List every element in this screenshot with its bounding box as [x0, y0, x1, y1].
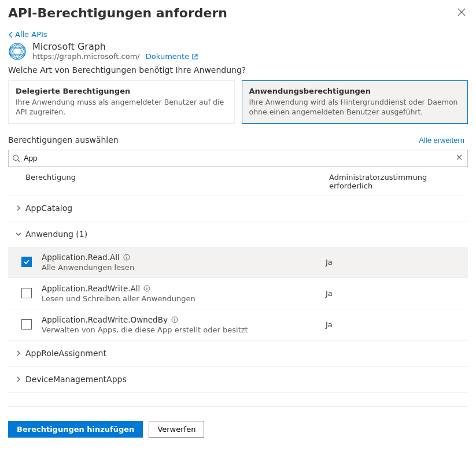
external-link-icon: [191, 53, 198, 60]
permission-checkbox[interactable]: [21, 257, 32, 267]
docs-link[interactable]: Dokumente: [146, 52, 198, 61]
svg-rect-10: [126, 257, 127, 259]
expand-all-button[interactable]: Alle erweitern: [415, 135, 468, 145]
group-label: Anwendung (1): [25, 230, 87, 239]
svg-marker-3: [10, 48, 24, 59]
svg-marker-2: [10, 44, 24, 55]
check-icon: [23, 258, 30, 265]
permission-checkbox[interactable]: [21, 319, 32, 330]
svg-rect-16: [174, 319, 175, 321]
group-approleassignment[interactable]: AppRoleAssignment: [8, 340, 468, 367]
group-devicemanagementapps[interactable]: DeviceManagementApps: [8, 367, 468, 393]
group-label: DeviceManagementApps: [25, 375, 127, 384]
add-permissions-button[interactable]: Berechtigungen hinzufügen: [8, 421, 143, 438]
permission-admin: Ja: [326, 258, 464, 266]
permission-desc: Alle Anwendungen lesen: [42, 263, 326, 272]
group-label: AppRoleAssignment: [25, 349, 106, 358]
ms-graph-icon: [8, 42, 27, 61]
group-anwendung[interactable]: Anwendung (1): [8, 221, 468, 247]
api-url: https://graph.microsoft.com/: [32, 52, 140, 61]
back-link[interactable]: Alle APIs: [8, 30, 47, 39]
group-label: AppCatalog: [25, 203, 72, 213]
chevron-left-icon: [8, 31, 14, 38]
info-icon[interactable]: [143, 285, 150, 292]
search-icon: [12, 154, 20, 162]
select-permissions-title: Berechtigungen auswählen: [8, 135, 119, 145]
permission-admin: Ja: [326, 289, 464, 298]
col-permission: Berechtigung: [25, 173, 329, 190]
application-desc: Ihre Anwendung wird als Hintergrunddiens…: [249, 98, 461, 117]
permission-row: Application.ReadWrite.OwnedBy Verwalten …: [8, 309, 468, 340]
permission-type-question: Welche Art von Berechtigungen benötigt I…: [8, 65, 468, 75]
permission-row: Application.ReadWrite.All Lesen und Schr…: [8, 278, 468, 309]
chevron-right-icon: [12, 205, 25, 212]
delegated-title: Delegierte Berechtigungen: [16, 87, 227, 95]
permission-desc: Verwalten von Apps, die diese App erstel…: [42, 325, 326, 334]
table-header: Berechtigung Administratorzustimmung erf…: [8, 168, 468, 195]
group-appcatalog[interactable]: AppCatalog: [8, 195, 468, 221]
application-title: Anwendungsberechtigungen: [249, 87, 461, 95]
delegated-permissions-card[interactable]: Delegierte Berechtigungen Ihre Anwendung…: [8, 80, 235, 124]
svg-point-12: [147, 287, 147, 287]
discard-button[interactable]: Verwerfen: [149, 421, 204, 438]
api-name: Microsoft Graph: [32, 41, 198, 52]
clear-icon: [456, 154, 463, 161]
svg-line-7: [18, 160, 20, 162]
docs-link-label: Dokumente: [146, 52, 189, 61]
svg-point-9: [126, 256, 127, 256]
permission-name: Application.Read.All: [42, 253, 120, 262]
info-icon[interactable]: [171, 316, 178, 323]
col-admin-consent: Administratorzustimmung erforderlich: [329, 173, 468, 190]
permission-name: Application.ReadWrite.All: [42, 284, 140, 293]
panel-title: API-Berechtigungen anfordern: [8, 6, 227, 20]
close-button[interactable]: [455, 6, 468, 21]
svg-point-6: [13, 155, 19, 160]
back-link-label: Alle APIs: [15, 30, 47, 39]
permission-row: Application.Read.All Alle Anwendungen le…: [8, 247, 468, 278]
svg-rect-13: [147, 288, 147, 290]
chevron-right-icon: [12, 350, 25, 357]
chevron-down-icon: [12, 231, 25, 238]
permission-name: Application.ReadWrite.OwnedBy: [42, 315, 168, 324]
info-icon[interactable]: [123, 254, 130, 261]
permission-checkbox[interactable]: [21, 288, 32, 298]
permission-desc: Lesen und Schreiben aller Anwendungen: [42, 294, 326, 303]
close-icon: [457, 8, 466, 16]
permission-admin: Ja: [326, 320, 464, 329]
search-field-wrap: [8, 150, 468, 167]
svg-point-0: [9, 43, 25, 60]
chevron-right-icon: [12, 376, 25, 383]
svg-point-15: [174, 318, 175, 319]
search-input[interactable]: [20, 151, 455, 165]
application-permissions-card[interactable]: Anwendungsberechtigungen Ihre Anwendung …: [242, 80, 468, 124]
delegated-desc: Ihre Anwendung muss als angemeldeter Ben…: [16, 98, 227, 117]
clear-search-button[interactable]: [455, 153, 464, 164]
